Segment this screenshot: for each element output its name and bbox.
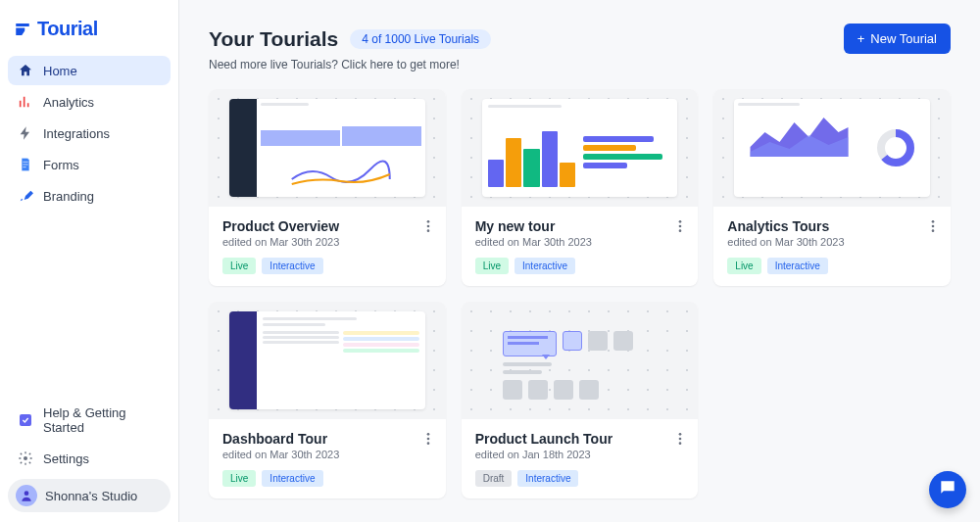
page-header: Your Tourials 4 of 1000 Live Tourials + …	[209, 24, 951, 54]
svg-point-3	[426, 220, 429, 223]
sidebar-item-help[interactable]: Help & Getting Started	[8, 399, 171, 442]
card-menu-button[interactable]	[672, 218, 688, 234]
card-title: My new tour	[475, 218, 685, 234]
header-subtext[interactable]: Need more live Tourials? Click here to g…	[209, 58, 951, 71]
brush-icon	[18, 188, 33, 204]
chat-icon	[938, 478, 957, 501]
new-button-label: New Tourial	[870, 31, 937, 46]
status-badge: Live	[475, 258, 509, 274]
card-thumbnail	[462, 89, 699, 207]
svg-point-4	[426, 225, 429, 228]
chat-fab[interactable]	[929, 471, 966, 508]
svg-point-13	[932, 229, 935, 232]
svg-point-14	[426, 433, 429, 436]
card-edited: edited on Jan 18th 2023	[475, 449, 685, 460]
svg-point-11	[932, 220, 935, 223]
sidebar-item-label: Help & Getting Started	[43, 405, 161, 435]
chart-icon	[18, 94, 33, 110]
card-thumbnail	[462, 302, 699, 419]
svg-rect-0	[20, 414, 31, 426]
card-edited: edited on Mar 30th 2023	[727, 236, 937, 248]
sidebar: Tourial Home Analytics Integrations Form…	[0, 0, 179, 522]
sidebar-item-label: Branding	[43, 189, 94, 204]
svg-point-1	[24, 456, 27, 460]
bolt-icon	[18, 125, 33, 141]
card-edited: edited on Mar 30th 2023	[475, 236, 685, 248]
main-content: Your Tourials 4 of 1000 Live Tourials + …	[179, 0, 980, 522]
svg-point-2	[24, 491, 29, 496]
count-badge: 4 of 1000 Live Tourials	[350, 29, 491, 49]
tourial-grid: Product Overview edited on Mar 30th 2023…	[209, 89, 951, 498]
svg-point-12	[932, 225, 935, 228]
svg-point-8	[679, 229, 682, 232]
svg-point-16	[426, 442, 429, 445]
workspace-switcher[interactable]: Shonna's Studio	[8, 479, 171, 512]
svg-point-19	[679, 442, 682, 445]
type-badge: Interactive	[514, 258, 575, 274]
logo[interactable]: Tourial	[8, 14, 171, 54]
page-title: Your Tourials	[209, 27, 338, 51]
logo-icon	[14, 21, 31, 38]
card-title: Dashboard Tour	[222, 431, 432, 447]
gear-icon	[18, 451, 33, 466]
type-badge: Interactive	[767, 258, 828, 274]
status-badge: Draft	[475, 470, 513, 487]
home-icon	[18, 63, 33, 78]
card-edited: edited on Mar 30th 2023	[222, 236, 432, 248]
card-thumbnail	[713, 89, 951, 207]
sidebar-item-label: Forms	[43, 158, 79, 172]
card-thumbnail	[209, 302, 446, 419]
card-thumbnail	[209, 89, 446, 207]
svg-point-7	[679, 225, 682, 228]
type-badge: Interactive	[262, 470, 322, 487]
sidebar-item-forms[interactable]: Forms	[8, 150, 171, 179]
tourial-card[interactable]: Dashboard Tour edited on Mar 30th 2023 L…	[209, 302, 446, 498]
avatar	[16, 485, 37, 506]
workspace-name: Shonna's Studio	[45, 489, 137, 503]
tourial-card[interactable]: Product Overview edited on Mar 30th 2023…	[209, 89, 446, 286]
svg-point-6	[679, 220, 682, 223]
tourial-card[interactable]: Product Launch Tour edited on Jan 18th 2…	[462, 302, 699, 498]
sidebar-item-label: Home	[43, 64, 77, 78]
check-square-icon	[18, 412, 33, 428]
nav-secondary: Help & Getting Started Settings	[8, 399, 171, 473]
card-title: Product Launch Tour	[475, 431, 685, 447]
tourial-card[interactable]: My new tour edited on Mar 30th 2023 Live…	[462, 89, 699, 286]
sidebar-item-settings[interactable]: Settings	[8, 444, 171, 473]
sidebar-item-label: Settings	[43, 451, 89, 466]
type-badge: Interactive	[262, 258, 322, 274]
card-title: Product Overview	[222, 218, 432, 234]
status-badge: Live	[222, 470, 256, 487]
sidebar-item-branding[interactable]: Branding	[8, 181, 171, 211]
plus-icon: +	[858, 31, 865, 46]
card-menu-button[interactable]	[420, 218, 436, 234]
card-edited: edited on Mar 30th 2023	[222, 449, 432, 460]
nav-primary: Home Analytics Integrations Forms Brandi…	[8, 56, 171, 211]
card-menu-button[interactable]	[672, 431, 688, 447]
svg-point-15	[426, 438, 429, 441]
status-badge: Live	[727, 258, 760, 274]
sidebar-item-label: Integrations	[43, 126, 110, 141]
sidebar-item-label: Analytics	[43, 95, 94, 110]
svg-point-17	[679, 433, 682, 436]
tourial-card[interactable]: Analytics Tours edited on Mar 30th 2023 …	[713, 89, 951, 286]
card-menu-button[interactable]	[925, 218, 941, 234]
sidebar-item-analytics[interactable]: Analytics	[8, 87, 171, 117]
type-badge: Interactive	[517, 470, 578, 487]
sidebar-item-integrations[interactable]: Integrations	[8, 119, 171, 148]
card-menu-button[interactable]	[420, 431, 436, 447]
card-title: Analytics Tours	[727, 218, 937, 234]
svg-point-5	[426, 229, 429, 232]
sidebar-item-home[interactable]: Home	[8, 56, 171, 85]
logo-text: Tourial	[37, 18, 98, 40]
status-badge: Live	[222, 258, 256, 274]
doc-icon	[18, 157, 33, 172]
new-tourial-button[interactable]: + New Tourial	[844, 24, 951, 54]
svg-point-18	[679, 438, 682, 441]
